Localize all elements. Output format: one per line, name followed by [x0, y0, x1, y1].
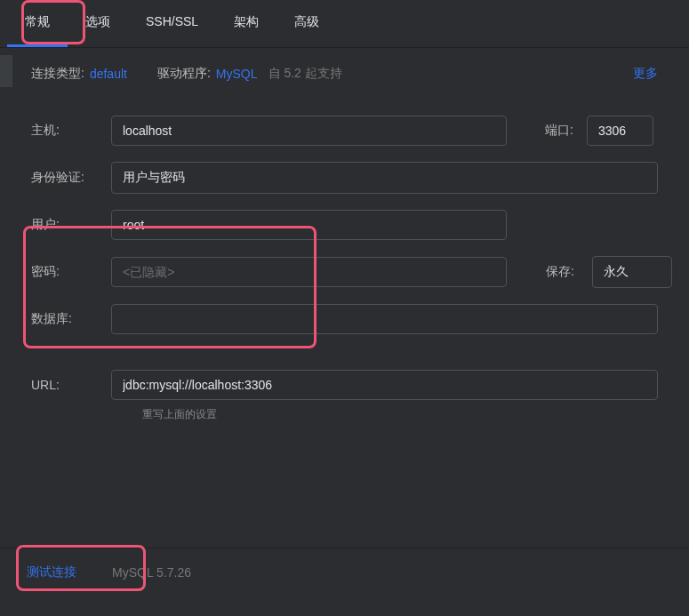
port-label: 端口: [533, 123, 587, 139]
more-options-link[interactable]: 更多 [633, 66, 658, 82]
url-label: URL: [31, 378, 111, 392]
auth-label: 身份验证: [31, 170, 111, 186]
auth-select[interactable]: 用户与密码 [111, 162, 658, 194]
save-select[interactable]: 永久 [592, 256, 672, 288]
tab-general[interactable]: 常规 [7, 0, 68, 47]
connection-form: 主机: 端口: 身份验证: 用户与密码 用户: 密码: 保存: 永久 数据库: … [0, 116, 689, 422]
tab-sshssl[interactable]: SSH/SSL [128, 0, 216, 47]
user-input[interactable] [111, 210, 507, 240]
password-input[interactable] [111, 257, 507, 287]
tab-bar: 常规 选项 SSH/SSL 架构 高级 [0, 0, 689, 48]
database-input[interactable] [111, 304, 658, 334]
driver-version-hint: 自 5.2 起支持 [268, 66, 342, 82]
driver-label: 驱动程序: [157, 66, 211, 82]
test-connection-link[interactable]: 测试连接 [27, 564, 76, 580]
database-label: 数据库: [31, 311, 111, 327]
port-input[interactable] [587, 116, 653, 146]
decorative-strip [0, 55, 12, 87]
tab-options[interactable]: 选项 [68, 0, 128, 47]
driver-link[interactable]: MySQL [216, 67, 258, 81]
tab-advanced[interactable]: 高级 [276, 0, 337, 47]
connection-type-link[interactable]: default [90, 67, 127, 81]
url-hint: 重写上面的设置 [142, 407, 658, 422]
host-input[interactable] [111, 116, 507, 146]
info-row: 连接类型: default 驱动程序: MySQL 自 5.2 起支持 更多 [0, 48, 689, 100]
footer: 测试连接 MySQL 5.7.26 [0, 548, 689, 616]
tab-schemas[interactable]: 架构 [216, 0, 276, 47]
url-input[interactable] [111, 370, 658, 400]
connection-type-label: 连接类型: [31, 66, 84, 82]
host-label: 主机: [31, 123, 111, 139]
password-label: 密码: [31, 264, 111, 280]
save-label: 保存: [546, 264, 592, 280]
server-version: MySQL 5.7.26 [112, 565, 191, 580]
user-label: 用户: [31, 217, 111, 233]
